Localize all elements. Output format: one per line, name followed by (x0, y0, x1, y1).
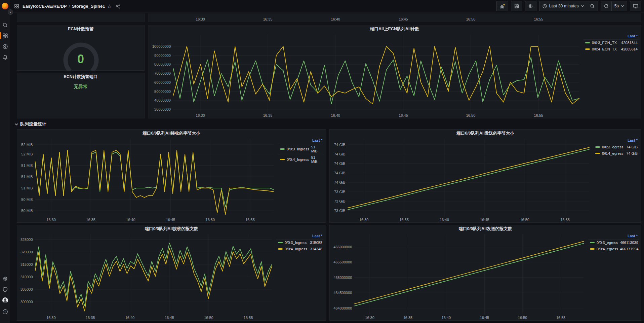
panel-packets-sent-chart: 端口0/0队列All发送的报文数 46600000046550000046500… (329, 225, 641, 321)
legend-item: 0/0:3_Ingress51 MiB (278, 144, 324, 154)
dashboard-settings-gear-icon[interactable] (525, 1, 536, 11)
legend-series-label[interactable]: 0/0:3_Ingress (285, 241, 307, 245)
svg-text:73 GiB: 73 GiB (334, 199, 346, 203)
star-icon[interactable]: ☆ (105, 1, 113, 11)
svg-text:74 GiB: 74 GiB (334, 171, 346, 175)
svg-text:52 MiB: 52 MiB (21, 152, 33, 156)
topbar: EasyRoCE-AE/RE/DP/Storage_Spine1 ☆ Last … (10, 0, 644, 12)
legend-swatch (585, 48, 590, 50)
svg-text:16:45: 16:45 (480, 316, 489, 320)
legend: Last *0/0:3_Ingress3150580/0:4_Ingress31… (276, 232, 326, 320)
svg-text:16:45: 16:45 (165, 316, 174, 320)
legend-series-label[interactable]: 0/0:3_egress (602, 145, 623, 149)
chart-canvas[interactable]: 74 GiB74 GiB74 GiB74 GiB74 GiB73 GiB73 G… (330, 137, 593, 222)
configuration-gear-icon[interactable] (0, 274, 10, 283)
chart-canvas[interactable]: 16:3016:3516:4016:4516:5016:55 (148, 13, 583, 22)
legend-series-label[interactable]: 0/0:4_ECN_TX (592, 47, 617, 51)
chart-canvas[interactable]: 4660000004655000004650000004645000004640… (330, 232, 588, 320)
panel-ecn-gauge: ECN计数预警 0 (17, 25, 145, 71)
legend-series-label[interactable]: 0/0:3_egress (597, 241, 618, 245)
status-value: 无异常 (17, 80, 144, 90)
panel-title[interactable]: 端口0/0队列All发送的报文数 (330, 225, 641, 232)
legend-swatch (278, 248, 283, 250)
chart-canvas[interactable]: 1000000009000000080000000700000006000000… (148, 33, 583, 118)
panel-title[interactable]: 端口0/0队列All接收的报文数 (17, 225, 326, 232)
panel-title[interactable]: ECN计数预警 (17, 25, 144, 33)
dashboards-icon[interactable] (0, 31, 10, 40)
legend-series-label[interactable]: 0/0:3_ECN_TX (592, 41, 617, 45)
legend-series-label[interactable]: 0/0:3_Ingress (287, 147, 309, 151)
svg-text:?: ? (4, 310, 6, 313)
chart-canvas[interactable]: 52 MiB52 MiB51 MiB51 MiB51 MiB50 MiB50 M… (17, 137, 278, 222)
svg-text:40000000: 40000000 (154, 98, 171, 102)
svg-text:310000: 310000 (21, 275, 33, 279)
cycle-view-monitor-icon[interactable] (630, 1, 641, 11)
chart-canvas[interactable]: 32500032000031500031000030500030000016:3… (17, 232, 276, 320)
alerting-bell-icon[interactable] (0, 52, 10, 62)
help-icon[interactable]: ? (0, 307, 10, 316)
breadcrumb-folder[interactable]: EasyRoCE-AE/RE/DP (23, 4, 67, 9)
svg-text:464500000: 464500000 (333, 291, 352, 295)
zoom-out-icon[interactable] (587, 1, 598, 11)
search-icon[interactable] (0, 20, 10, 30)
svg-text:16:40: 16:40 (126, 218, 135, 222)
svg-text:16:45: 16:45 (480, 218, 489, 222)
svg-text:16:35: 16:35 (403, 316, 413, 320)
legend-last-header[interactable]: Last * (588, 232, 639, 239)
panel-ecn-count-chart: 端口All上ECN队列All计数 10000000090000000800000… (148, 25, 641, 118)
server-admin-shield-icon[interactable] (0, 285, 10, 294)
svg-text:74 GiB: 74 GiB (334, 143, 346, 147)
legend-swatch (590, 248, 595, 250)
svg-text:16:55: 16:55 (245, 218, 255, 222)
legend-series-value: 51 MiB (311, 155, 322, 164)
svg-text:30000000: 30000000 (154, 107, 171, 111)
user-avatar[interactable] (0, 295, 10, 305)
time-range-label: Last 30 minutes (549, 4, 579, 8)
svg-text:51 MiB: 51 MiB (21, 186, 33, 190)
panel-title[interactable]: 端口0/0队列All接收的字节大小 (17, 130, 326, 137)
legend-last-header[interactable]: Last * (583, 33, 639, 39)
legend-last-header[interactable]: Last * (276, 232, 324, 239)
svg-text:74 GiB: 74 GiB (334, 162, 346, 166)
row-toggle-queue-traffic[interactable]: 队列流量统计 (15, 121, 46, 128)
legend-swatch (590, 242, 595, 243)
svg-text:465500000: 465500000 (333, 260, 352, 264)
legend-series-value: 74 GiB (626, 145, 638, 149)
legend-series-label[interactable]: 0/0:4_egress (597, 247, 618, 251)
legend: Last *0/0:3_egress4661130390/0:4_egress4… (588, 232, 641, 320)
grafana-logo-icon[interactable] (2, 3, 8, 9)
svg-text:16:45: 16:45 (399, 113, 408, 117)
legend-series-value: 466177994 (620, 247, 639, 251)
svg-text:16:30: 16:30 (196, 113, 205, 117)
legend-series-value: 42085614 (621, 47, 638, 51)
legend-item: 0/0:3_egress466113039 (588, 239, 639, 246)
svg-text:70000000: 70000000 (154, 71, 171, 75)
legend-last-header[interactable]: Last * (278, 137, 324, 144)
legend-series-label[interactable]: 0/0:4_egress (602, 151, 623, 155)
add-panel-button[interactable] (496, 1, 508, 11)
time-range-picker[interactable]: Last 30 minutes (539, 1, 587, 11)
svg-text:16:50: 16:50 (520, 218, 529, 222)
svg-text:16:40: 16:40 (442, 316, 451, 320)
panel-title[interactable]: 端口0/0队列All发送的字节大小 (330, 130, 641, 137)
sidebar-expand-chevron[interactable]: › (8, 9, 13, 15)
svg-text:300000: 300000 (21, 300, 33, 304)
legend-series-label[interactable]: 0/0:4_Ingress (287, 157, 309, 162)
save-dashboard-button[interactable] (511, 1, 522, 11)
legend-last-header[interactable]: Last * (593, 137, 639, 144)
panel-title[interactable]: ECN计数预警端口 (17, 73, 144, 80)
svg-text:16:45: 16:45 (166, 218, 175, 222)
legend-swatch (280, 159, 285, 160)
share-icon[interactable] (114, 1, 123, 11)
svg-text:16:50: 16:50 (204, 316, 213, 320)
breadcrumb-dashboard[interactable]: Storage_Spine1 (72, 4, 105, 9)
explore-compass-icon[interactable] (0, 42, 10, 51)
refresh-icon[interactable] (601, 1, 612, 11)
legend-series-label[interactable]: 0/0:4_Ingress (285, 247, 307, 251)
refresh-interval-picker[interactable]: 5s (612, 1, 627, 11)
svg-text:90000000: 90000000 (154, 53, 171, 58)
panel-cropped-top-axis: 16:3016:3516:4016:4516:5016:55 (148, 13, 641, 22)
svg-text:315000: 315000 (21, 262, 33, 266)
panel-title[interactable]: 端口All上ECN队列All计数 (148, 25, 641, 33)
legend-item: 0/0:3_ECN_TX42081344 (583, 39, 639, 46)
